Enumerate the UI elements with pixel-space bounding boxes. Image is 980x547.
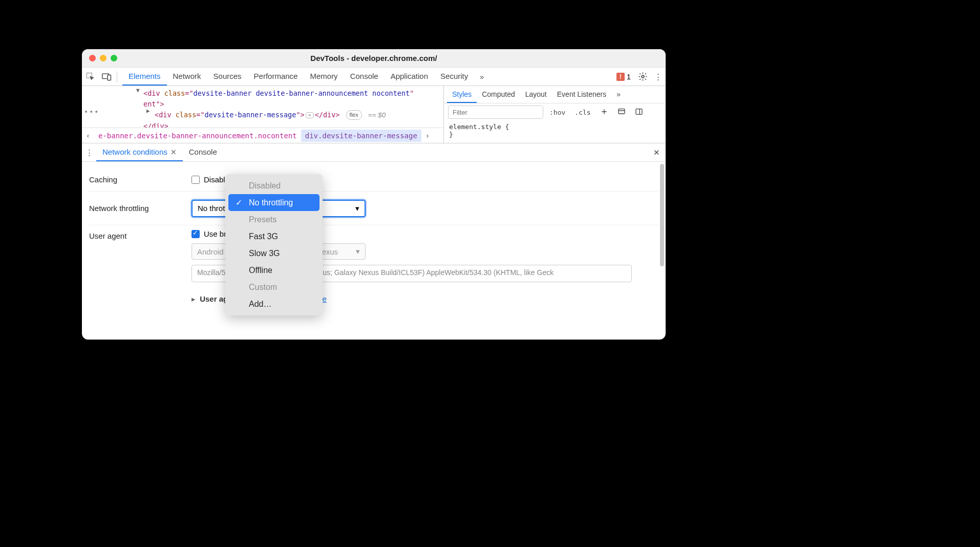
dropdown-option-offline[interactable]: Offline (228, 262, 319, 279)
dom-attr-name: class (176, 111, 197, 119)
dom-attr-value: devsite-banner-message (205, 111, 296, 119)
dom-tag: </div> (143, 122, 168, 128)
drawer-menu-icon[interactable]: ⋮ (82, 143, 96, 161)
dom-tag: <div (155, 111, 172, 119)
breadcrumb-scroll-left-icon[interactable]: ‹ (82, 132, 94, 140)
disable-cache-checkbox[interactable] (191, 176, 200, 184)
styles-tab-event-listeners[interactable]: Event Listeners (552, 86, 612, 103)
expand-ellipsis-icon[interactable]: ⋯ (306, 112, 314, 118)
close-tab-icon[interactable]: ✕ (171, 148, 177, 156)
flex-badge[interactable]: flex (346, 110, 362, 120)
styles-panel: Styles Computed Layout Event Listeners »… (443, 86, 666, 143)
minimize-window-button[interactable] (100, 55, 106, 61)
zoom-window-button[interactable] (111, 55, 117, 61)
caching-row: Caching Disable cache (89, 168, 658, 192)
cls-toggle[interactable]: .cls (571, 108, 593, 117)
error-icon: ! (616, 73, 625, 81)
style-rule-close[interactable]: } (449, 131, 661, 138)
main-tabs: Elements Network Sources Performance Mem… (122, 68, 474, 86)
svg-rect-2 (108, 75, 111, 80)
styles-tabs: Styles Computed Layout Event Listeners » (444, 86, 666, 103)
dropdown-option-slow-3g[interactable]: Slow 3G (228, 245, 319, 262)
dropdown-header-presets: Presets (228, 211, 319, 228)
tab-performance[interactable]: Performance (248, 68, 304, 86)
throttling-row: Network throttling No throttling ▾ (89, 192, 658, 225)
throttling-label: Network throttling (89, 204, 191, 213)
expand-caret-icon[interactable]: ▶ (146, 107, 150, 115)
styles-tab-layout[interactable]: Layout (520, 86, 552, 103)
toggle-sidebar-icon[interactable] (632, 107, 646, 118)
dom-tag-close: > (301, 111, 305, 119)
network-conditions-panel: Caching Disable cache Network throttling… (82, 162, 666, 340)
breadcrumb-item[interactable]: e-banner.devsite-banner-announcement.noc… (94, 130, 301, 142)
dom-attr-value: devsite-banner devsite-banner-announceme… (194, 89, 410, 97)
user-agent-label: User agent (89, 229, 191, 240)
dom-tree[interactable]: ▼ ••• ▶ <div class="devsite-banner devsi… (82, 86, 443, 128)
svg-rect-4 (619, 109, 625, 113)
drawer-close-icon[interactable]: ✕ (647, 143, 666, 161)
throttling-dropdown: Disabled No throttling Presets Fast 3G S… (225, 174, 323, 315)
tab-elements[interactable]: Elements (122, 68, 167, 86)
gutter-dots-icon[interactable]: ••• (84, 107, 99, 117)
tab-console[interactable]: Console (344, 68, 385, 86)
close-window-button[interactable] (89, 55, 96, 61)
breadcrumb-scroll-right-icon[interactable]: › (421, 132, 434, 140)
caching-label: Caching (89, 175, 191, 184)
drawer-tab-label: Network conditions (102, 148, 167, 156)
elements-panel: ▼ ••• ▶ <div class="devsite-banner devsi… (82, 86, 443, 143)
style-rule-open[interactable]: element.style { (449, 123, 661, 131)
window-title: DevTools - developer.chrome.com/ (82, 54, 666, 62)
dropdown-option-add[interactable]: Add… (228, 296, 319, 312)
main-menu-icon[interactable]: ⋮ (650, 68, 666, 86)
vertical-scrollbar[interactable] (660, 164, 664, 266)
dom-tag: </div> (315, 111, 340, 119)
use-browser-default-checkbox[interactable] (191, 230, 200, 238)
tab-network[interactable]: Network (167, 68, 207, 86)
inspect-element-icon[interactable] (82, 68, 98, 86)
drawer-tabs: ⋮ Network conditions ✕ Console ✕ (82, 143, 666, 162)
svg-point-3 (642, 75, 644, 78)
dropdown-option-fast-3g[interactable]: Fast 3G (228, 228, 319, 245)
drawer-tab-console[interactable]: Console (183, 143, 223, 161)
main-toolbar: Elements Network Sources Performance Mem… (82, 68, 666, 86)
dropdown-header-disabled: Disabled (228, 177, 319, 194)
devtools-window: DevTools - developer.chrome.com/ Element… (82, 49, 666, 340)
styles-toolbar: :hov .cls (444, 103, 666, 121)
titlebar: DevTools - developer.chrome.com/ (82, 49, 666, 68)
styles-tab-styles[interactable]: Styles (447, 86, 477, 103)
styles-tab-computed[interactable]: Computed (477, 86, 520, 103)
device-toolbar-icon[interactable] (98, 68, 115, 86)
traffic-lights (89, 55, 117, 61)
disclosure-triangle-icon: ▸ (191, 294, 196, 303)
settings-gear-icon[interactable] (635, 68, 650, 86)
computed-styles-icon[interactable] (614, 107, 629, 118)
styles-body: element.style { } (444, 121, 666, 140)
collapse-caret-icon[interactable]: ▼ (136, 86, 140, 95)
hov-toggle[interactable]: :hov (546, 108, 568, 117)
tab-sources[interactable]: Sources (207, 68, 248, 86)
breadcrumb: ‹ e-banner.devsite-banner-announcement.n… (82, 128, 443, 143)
tab-application[interactable]: Application (385, 68, 434, 86)
tab-security[interactable]: Security (434, 68, 474, 86)
styles-filter-input[interactable] (448, 106, 543, 119)
styles-more-tabs-icon[interactable]: » (611, 86, 626, 103)
panels-row: ▼ ••• ▶ <div class="devsite-banner devsi… (82, 86, 666, 143)
tab-memory[interactable]: Memory (304, 68, 344, 86)
chevron-down-icon: ▾ (355, 204, 359, 213)
dom-tag-close: > (160, 100, 164, 108)
dom-text: ent" (143, 100, 160, 108)
breadcrumb-item-selected[interactable]: div.devsite-banner-message (301, 130, 421, 142)
dom-attr-name: class (164, 89, 185, 97)
chevron-down-icon: ▾ (356, 247, 360, 256)
error-count-button[interactable]: ! 1 (612, 72, 635, 81)
dropdown-option-no-throttling[interactable]: No throttling (228, 194, 319, 211)
dropdown-header-custom: Custom (228, 279, 319, 296)
svg-rect-5 (636, 109, 642, 114)
error-count: 1 (627, 72, 631, 81)
more-tabs-icon[interactable]: » (474, 72, 489, 81)
drawer-tab-network-conditions[interactable]: Network conditions ✕ (96, 143, 183, 161)
user-agent-row: User agent Use browser default Android (… (89, 225, 658, 304)
new-style-rule-icon[interactable] (597, 107, 611, 118)
selected-element-ref: == $0 (368, 111, 386, 119)
dom-tag: <div (143, 89, 160, 97)
